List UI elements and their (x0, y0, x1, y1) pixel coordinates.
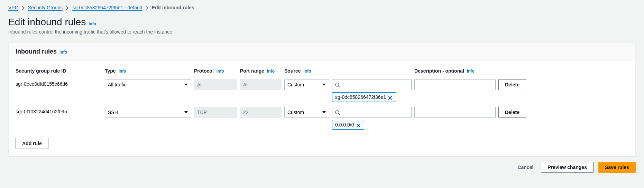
protocol-field: All (194, 79, 237, 90)
description-input[interactable] (414, 107, 496, 118)
chevron-right-icon (65, 5, 70, 10)
source-tag-label: 0.0.0.0/0 (335, 122, 354, 128)
svg-line-1 (339, 86, 340, 87)
rule-id: sgr-0f103224d4162f095 (16, 107, 102, 114)
col-header-rule-id: Security group rule ID (16, 68, 102, 74)
svg-line-5 (339, 114, 340, 115)
type-select[interactable]: All traffic (105, 79, 191, 90)
cancel-button[interactable]: Cancel (515, 162, 536, 173)
breadcrumb: VPC Security Groups sg-0dc858266472f36e1… (8, 5, 636, 10)
source-tag: sg-0dc858266472f36e1 (332, 92, 396, 102)
chevron-right-icon (21, 5, 25, 10)
source-search-input[interactable] (332, 107, 412, 118)
remove-tag-icon[interactable] (356, 122, 361, 127)
chevron-right-icon (145, 5, 149, 10)
col-header-port-range: Port range Info (240, 68, 282, 74)
table-row: sgr-0ece0dfd0155c66d6All trafficAllAllCu… (16, 78, 628, 105)
save-rules-button[interactable]: Save rules (598, 162, 636, 173)
source-search-input[interactable] (332, 79, 412, 90)
info-link-port-range[interactable]: Info (267, 69, 275, 74)
description-input[interactable] (414, 79, 496, 90)
page-description: Inbound rules control the incoming traff… (8, 29, 636, 35)
type-select[interactable]: SSH (105, 107, 191, 118)
source-tags: 0.0.0.0/0 (332, 120, 412, 130)
protocol-field: TCP (194, 107, 237, 118)
info-link-type[interactable]: Info (119, 69, 126, 74)
breadcrumb-item-sg[interactable]: sg-0dc858266472f36e1 - default (72, 5, 142, 10)
port-range-field: 22 (240, 107, 282, 118)
remove-tag-icon[interactable] (388, 95, 393, 100)
page-title: Edit inbound rules (8, 17, 86, 28)
rule-id: sgr-0ece0dfd0155c66d6 (16, 79, 102, 87)
breadcrumb-current: Edit inbound rules (152, 5, 194, 10)
type-select-wrap: SSH (105, 107, 191, 118)
source-tag-label: sg-0dc858266472f36e1 (335, 94, 386, 100)
preview-changes-button[interactable]: Preview changes (541, 162, 594, 173)
inbound-rules-panel: Inbound rules Info Security group rule I… (8, 42, 636, 156)
svg-point-4 (335, 111, 339, 114)
table-header-row: Security group rule ID Type Info Protoco… (16, 65, 628, 78)
breadcrumb-item-vpc[interactable]: VPC (8, 5, 18, 10)
search-icon (335, 110, 340, 115)
source-mode-select[interactable]: Custom (284, 107, 329, 118)
info-link-source[interactable]: Info (303, 69, 311, 74)
col-header-source: Source Info (284, 68, 329, 74)
svg-point-0 (335, 83, 339, 86)
source-mode-select-wrap: Custom (284, 107, 329, 118)
info-link-page[interactable]: Info (89, 21, 96, 26)
delete-rule-button[interactable]: Delete (498, 79, 526, 90)
breadcrumb-item-security-groups[interactable]: Security Groups (28, 5, 63, 10)
info-link-description[interactable]: Info (467, 69, 475, 74)
source-mode-select-wrap: Custom (284, 79, 329, 90)
type-select-wrap: All traffic (105, 79, 191, 90)
source-tags: sg-0dc858266472f36e1 (332, 92, 412, 102)
delete-rule-button[interactable]: Delete (498, 107, 526, 118)
port-range-field: All (240, 79, 282, 90)
col-header-protocol: Protocol Info (194, 68, 237, 74)
info-link-panel[interactable]: Info (59, 50, 67, 55)
source-mode-select[interactable]: Custom (284, 79, 329, 90)
col-header-description: Description - optional Info (414, 68, 496, 74)
col-header-type: Type Info (105, 68, 191, 74)
add-rule-button[interactable]: Add rule (16, 138, 48, 149)
footer-actions: Cancel Preview changes Save rules (8, 156, 636, 173)
search-icon (335, 82, 340, 87)
panel-title: Inbound rules (16, 48, 57, 55)
table-row: sgr-0f103224d4162f095SSHTCP22Custom0.0.0… (16, 105, 628, 133)
source-tag: 0.0.0.0/0 (332, 120, 364, 130)
info-link-protocol[interactable]: Info (217, 69, 224, 74)
